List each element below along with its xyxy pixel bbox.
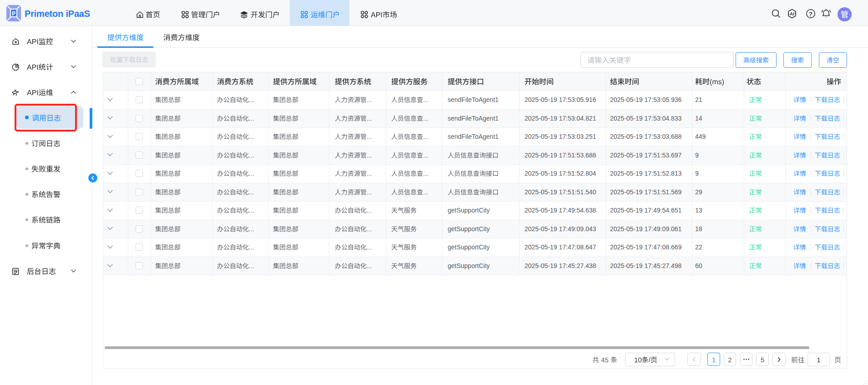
svg-text:P: P	[12, 10, 15, 17]
